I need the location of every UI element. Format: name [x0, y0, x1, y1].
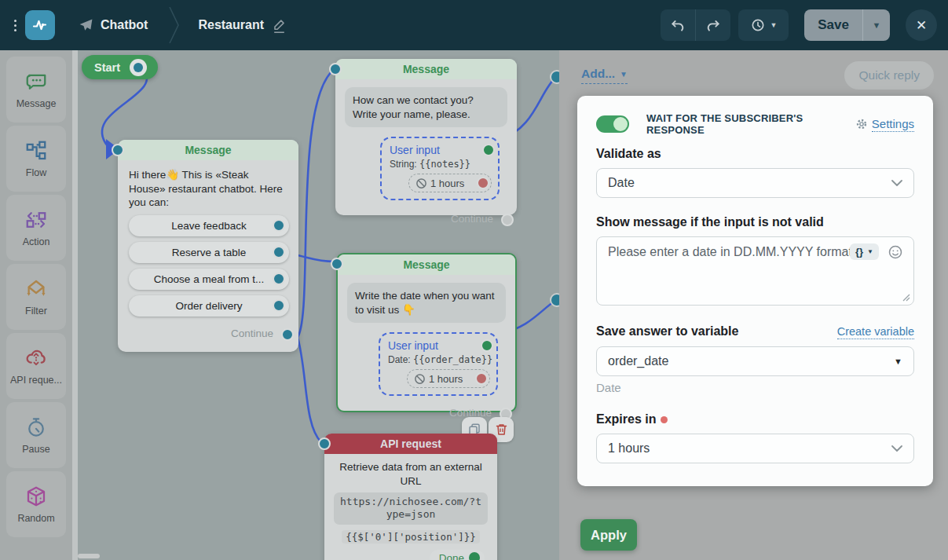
resize-handle[interactable]	[902, 294, 910, 302]
emoji-button[interactable]	[888, 244, 903, 260]
close-button[interactable]: ✕	[906, 9, 937, 41]
timeout-label: 1 hours	[429, 373, 463, 385]
topbar: Chatbot Restaurant ▼ Save ▼ ✕	[0, 0, 948, 50]
app-menu-icon[interactable]	[11, 17, 19, 34]
toolbox-item-message[interactable]: Message	[6, 57, 66, 123]
timeout-block[interactable]: 1 hours	[408, 174, 492, 192]
message-text: Hi there👋 This is «Steak House» restaura…	[129, 168, 287, 210]
expires-select[interactable]: 1 hours	[596, 434, 914, 463]
api-url: https://nichosee.com/?type=json	[334, 492, 488, 525]
api-description: Retrieve data from an external URL	[334, 460, 488, 488]
settings-link[interactable]: Settings	[855, 117, 914, 132]
history-group: ▼	[738, 9, 789, 41]
node-title: Message	[185, 144, 231, 156]
chat-button[interactable]: Choose a meal from t...	[129, 269, 289, 290]
wait-response-toggle[interactable]	[596, 115, 629, 133]
canvas-scrollbar[interactable]	[78, 554, 100, 558]
user-input-block[interactable]: User input Date: {{order_date}} 1 hours	[379, 332, 498, 396]
redo-button[interactable]	[696, 9, 730, 41]
user-input-output-port[interactable]	[482, 144, 495, 156]
workspace: Start Message Hi there👋 This is «Steak H…	[0, 50, 948, 560]
action-code-icon	[24, 208, 48, 232]
toolbox-divider	[72, 50, 78, 560]
toolbox-item-filter[interactable]: Filter	[6, 264, 66, 330]
button-output-port[interactable]	[273, 299, 285, 312]
edit-pencil-icon[interactable]	[272, 17, 287, 34]
done-output-port[interactable]	[469, 552, 480, 560]
toolbox-item-pause[interactable]: Pause	[6, 402, 66, 468]
chat-button[interactable]: Order delivery	[129, 295, 289, 317]
required-dot	[661, 416, 668, 423]
timeout-output-port[interactable]	[475, 372, 488, 385]
chat-button[interactable]: Reserve a table	[129, 242, 289, 263]
settings-drawer: Add... ▼ Quick reply WAIT FOR THE SUBSCR…	[559, 50, 948, 560]
start-label: Start	[94, 61, 120, 74]
toolbox-item-action[interactable]: Action	[6, 195, 66, 261]
node-header: Message	[335, 59, 517, 79]
start-output-port[interactable]	[130, 59, 147, 76]
input-port[interactable]	[318, 437, 331, 450]
chevron-down-icon	[891, 445, 902, 452]
history-clock-icon	[750, 17, 766, 33]
no-entry-icon	[415, 178, 427, 189]
api-request-node[interactable]: API request Retrieve data from an extern…	[324, 434, 497, 560]
breadcrumb-separator	[168, 7, 181, 43]
gear-icon	[855, 118, 868, 130]
toolbox-item-api-request[interactable]: API reque...	[6, 333, 66, 399]
variable-select[interactable]: order_date ▼	[596, 346, 914, 376]
quick-reply-button[interactable]: Quick reply	[844, 61, 934, 90]
save-button[interactable]: Save	[804, 9, 862, 41]
continue-output-port[interactable]	[281, 328, 294, 341]
user-input-output-port[interactable]	[481, 339, 493, 352]
breadcrumb-channel[interactable]: Chatbot	[79, 18, 148, 33]
button-output-port[interactable]	[273, 246, 285, 258]
chat-bubble-icon	[24, 70, 48, 93]
button-output-port[interactable]	[273, 219, 285, 232]
user-input-block[interactable]: User input String: {{notes}} 1 hours	[380, 137, 500, 200]
user-input-settings-card: WAIT FOR THE SUBSCRIBER'S RESPONSE Setti…	[577, 96, 933, 486]
input-port[interactable]	[112, 144, 124, 156]
pause-stopwatch-icon	[24, 415, 48, 439]
chevron-down-icon: ▼	[867, 248, 873, 255]
timeout-block[interactable]: 1 hours	[407, 369, 490, 388]
variable-type-hint: Date	[596, 381, 914, 395]
save-caret-icon[interactable]: ▼	[863, 9, 890, 41]
app-logo[interactable]	[25, 10, 55, 40]
undo-redo-group	[661, 9, 730, 41]
node-header: Message	[118, 140, 298, 160]
flow-tree-icon	[24, 139, 48, 163]
timeout-label: 1 hours	[430, 178, 464, 189]
button-output-port[interactable]	[273, 273, 285, 285]
user-input-label: User input	[388, 339, 489, 352]
input-port[interactable]	[329, 63, 342, 75]
input-port[interactable]	[331, 258, 343, 270]
variable-ref: {{order_date}}	[413, 354, 492, 365]
node-header: API request	[324, 434, 497, 454]
message-node-date-selected[interactable]: Message Write the date when you want to …	[336, 253, 517, 412]
toolbox-item-flow[interactable]: Flow	[6, 126, 66, 192]
create-variable-link[interactable]: Create variable	[837, 325, 914, 339]
message-node-welcome[interactable]: Message Hi there👋 This is «Steak House» …	[118, 140, 298, 352]
node-toolbox: Message Flow Action	[0, 50, 72, 560]
toolbox-item-random[interactable]: Random	[6, 471, 66, 537]
message-node-contact[interactable]: Message How can we contact you? Write yo…	[335, 59, 517, 215]
start-node[interactable]: Start	[82, 55, 158, 79]
invalid-message-textarea[interactable]: Please enter a date in DD.MM.YYYY format…	[596, 236, 914, 306]
caret-down-icon: ▼	[894, 357, 902, 366]
validate-as-select[interactable]: Date	[596, 168, 914, 198]
undo-button[interactable]	[661, 9, 695, 41]
telegram-plane-icon	[79, 18, 93, 33]
expires-label: Expires in	[596, 412, 914, 426]
apply-button[interactable]: Apply	[580, 519, 637, 551]
message-text: Write the date when you want to visit us…	[347, 283, 506, 323]
invalid-message-label: Show message if the input is not valid	[596, 214, 914, 229]
done-row: Done	[334, 550, 488, 560]
history-button[interactable]: ▼	[738, 9, 789, 41]
continue-row: Continue	[129, 328, 287, 343]
insert-variable-button[interactable]: {} ▼	[850, 243, 879, 260]
chat-button[interactable]: Leave feedback	[129, 215, 289, 236]
add-dropdown[interactable]: Add... ▼	[581, 67, 628, 84]
timeout-output-port[interactable]	[477, 177, 489, 189]
continue-output-port[interactable]	[501, 214, 514, 226]
done-pill: Done	[430, 550, 485, 560]
